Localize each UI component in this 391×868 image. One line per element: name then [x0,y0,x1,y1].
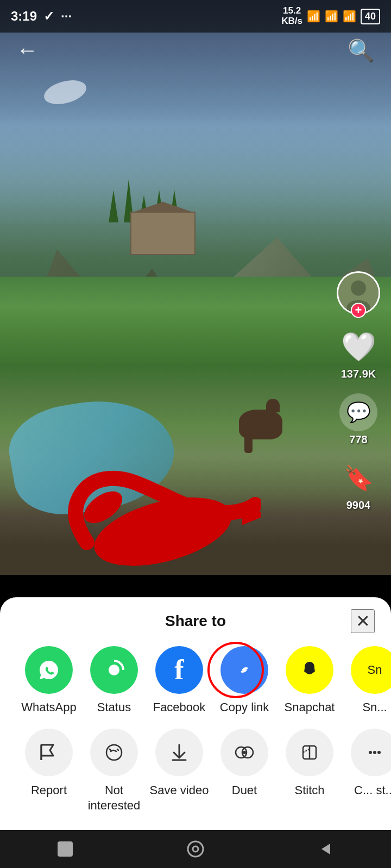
like-button[interactable]: 🤍 137.9K [339,328,377,380]
share-status[interactable]: Status [81,646,147,714]
share-whatsapp[interactable]: WhatsApp [16,646,81,714]
not-interested-button[interactable]: Not interested [81,729,147,814]
nav-back-button[interactable] [310,833,342,865]
snapchat-label: Snapchat [285,700,335,714]
follow-plus-badge[interactable]: + [351,303,366,318]
svg-point-22 [373,751,376,754]
svg-rect-9 [243,669,246,671]
nav-home-button[interactable] [179,833,212,865]
video-background [0,0,391,575]
battery-indicator: 40 [361,9,380,24]
share-more[interactable]: Sn Sn... [342,646,391,714]
right-actions-panel: + 🤍 137.9K 💬 778 🔖 9904 [337,271,380,512]
whatsapp-label: WhatsApp [21,700,77,714]
search-button[interactable]: 🔍 [348,38,375,63]
save-video-button[interactable]: Save video [147,729,212,799]
stitch-button[interactable]: Stitch [277,729,342,799]
menu-dots: ··· [61,9,72,24]
back-button[interactable]: ← [16,38,38,62]
svg-point-23 [377,751,381,754]
status-bar: 3:19 ✓ ··· 15.2KB/s 📶 📶 📶 40 [0,0,391,33]
comment-button[interactable]: 💬 778 [339,393,377,446]
share-row: WhatsApp Status f Facebook Copy link [0,641,391,720]
more-actions-label: C... st... [354,783,391,799]
share-snapchat[interactable]: Snapchat [277,646,342,714]
save-video-label: Save video [150,783,209,799]
more-share-icon: Sn [351,646,391,694]
status-label: Status [97,700,131,714]
facebook-icon: f [155,646,203,694]
report-label: Report [31,783,67,799]
more-actions-icon [351,729,391,776]
snapchat-icon [286,646,333,694]
nav-square-button[interactable] [49,833,81,865]
bookmark-button[interactable]: 🔖 9904 [339,459,377,512]
svg-point-25 [188,841,203,857]
status-icon [90,646,138,694]
check-icon: ✓ [43,9,54,24]
svg-point-3 [351,280,366,296]
svg-point-26 [193,846,198,852]
more-actions-button[interactable]: C... st... [342,729,391,799]
svg-point-21 [369,751,372,754]
creator-avatar-container[interactable]: + [337,271,380,315]
report-icon [25,729,73,776]
bottom-nav-bar [0,830,391,868]
close-button[interactable]: ✕ [351,609,375,633]
stitch-label: Stitch [294,783,324,799]
share-facebook[interactable]: f Facebook [147,646,212,714]
wifi-icon: 📶 [343,10,356,23]
svg-text:Sn: Sn [368,663,382,676]
copylink-icon [220,646,268,694]
duet-button[interactable]: Duet [212,729,277,799]
like-count: 137.9K [341,368,376,380]
share-sheet: Share to ✕ WhatsApp Status f Facebook [0,597,391,830]
facebook-label: Facebook [153,700,206,714]
signal-bars-2: 📶 [325,10,338,23]
save-video-icon [155,729,203,776]
report-button[interactable]: Report [16,729,81,799]
stitch-icon [286,729,333,776]
not-interested-label: Not interested [84,783,144,814]
duet-label: Duet [232,783,257,799]
whatsapp-icon [25,646,73,694]
svg-rect-24 [58,841,73,857]
share-header: Share to ✕ [0,597,391,641]
share-copylink[interactable]: Copy link [212,646,277,714]
status-time: 3:19 [11,9,37,24]
comment-count: 778 [349,433,367,446]
action-row: Report Not interested Save video Duet [0,720,391,819]
duet-icon [220,729,268,776]
more-share-label: Sn... [362,700,387,714]
bookmark-count: 9904 [346,499,371,512]
speed-indicator: 15.2KB/s [281,6,302,26]
svg-point-7 [109,665,119,675]
svg-point-18 [243,751,246,754]
not-interested-icon [90,729,138,776]
signal-bars-1: 📶 [307,10,320,23]
copylink-label: Copy link [220,700,269,714]
share-title: Share to [165,612,226,630]
